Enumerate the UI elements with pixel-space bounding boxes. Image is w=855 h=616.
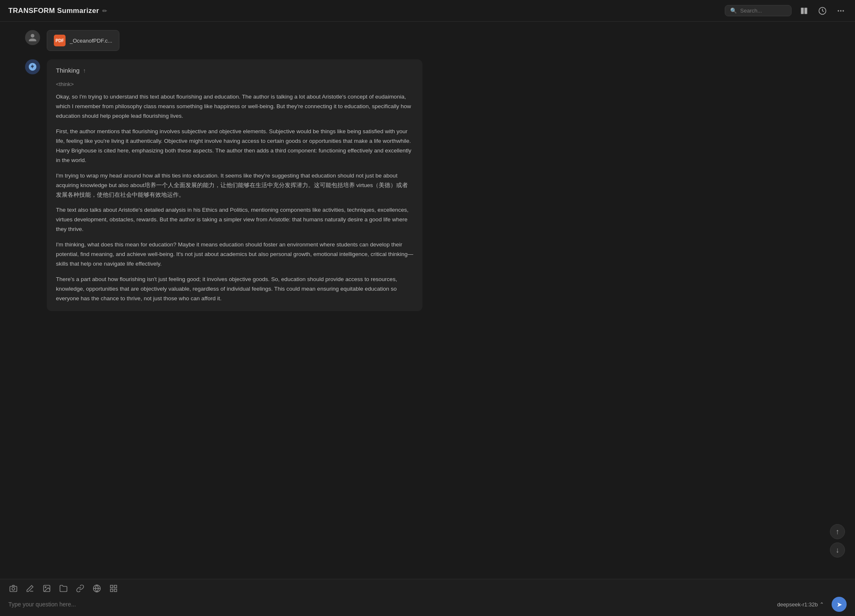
pdf-attachment[interactable]: PDF _OceanofPDF.c... xyxy=(47,30,119,51)
bottom-bar: deepseek-r1:32b ⌃ ➤ xyxy=(0,579,855,616)
svg-point-4 xyxy=(840,10,841,11)
chat-area: PDF _OceanofPDF.c... Thinking ↑ <think> … xyxy=(0,22,855,579)
thinking-paragraph-3: I'm trying to wrap my head around how al… xyxy=(56,171,413,200)
model-selector[interactable]: deepseek-r1:32b ⌃ xyxy=(774,600,827,609)
thinking-paragraph-5: I'm thinking, what does this mean for ed… xyxy=(56,240,413,269)
model-arrow-icon: ⌃ xyxy=(820,601,824,608)
svg-rect-15 xyxy=(111,589,113,592)
settings-button[interactable] xyxy=(109,583,119,593)
image-button[interactable] xyxy=(42,583,52,593)
toolbar-row xyxy=(8,583,847,593)
pdf-filename: _OceanofPDF.c... xyxy=(70,38,112,44)
chat-input[interactable] xyxy=(8,601,769,608)
history-button[interactable] xyxy=(817,5,828,17)
search-input[interactable] xyxy=(740,8,786,14)
thinking-paragraph-2: First, the author mentions that flourish… xyxy=(56,127,413,165)
edit-icon[interactable]: ✏ xyxy=(102,8,107,14)
link-button[interactable] xyxy=(75,583,85,593)
user-avatar xyxy=(25,30,40,45)
svg-point-7 xyxy=(12,588,15,591)
search-box[interactable]: 🔍 xyxy=(725,5,792,16)
thinking-label: Thinking xyxy=(56,67,80,74)
pencil-button[interactable] xyxy=(25,583,35,593)
user-message-row: PDF _OceanofPDF.c... xyxy=(25,30,830,51)
pdf-icon: PDF xyxy=(54,35,66,46)
search-icon: 🔍 xyxy=(730,8,737,14)
send-button[interactable]: ➤ xyxy=(832,597,847,612)
model-label: deepseek-r1:32b xyxy=(777,601,818,608)
scroll-up-button[interactable]: ↑ xyxy=(830,524,845,539)
app-title: TRANSFORM Summarizer xyxy=(8,7,99,15)
more-button[interactable] xyxy=(835,5,847,17)
input-row: deepseek-r1:32b ⌃ ➤ xyxy=(8,597,847,612)
ai-message-row: Thinking ↑ <think> Okay, so I'm trying t… xyxy=(25,59,830,311)
thinking-paragraph-4: The text also talks about Aristotle's de… xyxy=(56,205,413,234)
svg-point-3 xyxy=(838,10,839,11)
thinking-arrow-icon: ↑ xyxy=(83,67,86,74)
columns-button[interactable] xyxy=(798,5,810,17)
svg-point-9 xyxy=(45,587,46,588)
thinking-paragraph-6: There's a part about how flourishing isn… xyxy=(56,275,413,304)
globe-button[interactable] xyxy=(92,583,102,593)
thinking-content: <think> Okay, so I'm trying to understan… xyxy=(56,80,413,304)
camera-button[interactable] xyxy=(8,583,18,593)
svg-rect-14 xyxy=(114,589,117,592)
send-icon: ➤ xyxy=(837,601,842,608)
svg-point-5 xyxy=(842,10,844,11)
ai-bubble: Thinking ↑ <think> Okay, so I'm trying t… xyxy=(47,59,422,311)
svg-rect-12 xyxy=(111,586,113,588)
folder-button[interactable] xyxy=(58,583,68,593)
thinking-header[interactable]: Thinking ↑ xyxy=(56,67,413,74)
scroll-buttons: ↑ ↓ xyxy=(830,524,845,558)
svg-rect-13 xyxy=(114,586,117,588)
header: TRANSFORM Summarizer ✏ 🔍 xyxy=(0,0,855,22)
ai-avatar xyxy=(25,59,40,74)
header-left: TRANSFORM Summarizer ✏ xyxy=(8,7,107,15)
header-right: 🔍 xyxy=(725,5,847,17)
think-tag: <think> xyxy=(56,80,413,89)
svg-rect-1 xyxy=(804,8,807,14)
scroll-down-button[interactable]: ↓ xyxy=(830,542,845,558)
thinking-paragraph-1: Okay, so I'm trying to understand this t… xyxy=(56,92,413,121)
svg-rect-0 xyxy=(801,8,804,14)
